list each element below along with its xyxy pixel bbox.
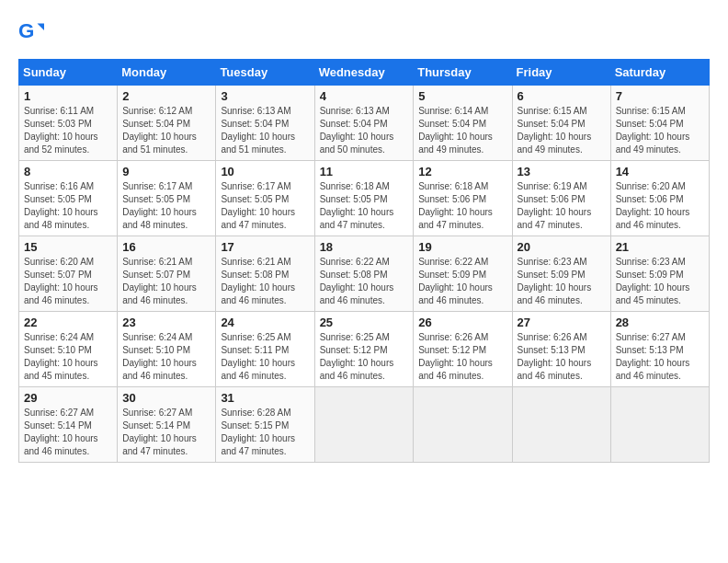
calendar-cell: 10Sunrise: 6:17 AM Sunset: 5:05 PM Dayli… bbox=[216, 161, 314, 236]
day-number: 21 bbox=[616, 240, 704, 254]
calendar-cell: 14Sunrise: 6:20 AM Sunset: 5:06 PM Dayli… bbox=[610, 161, 709, 236]
day-info: Sunrise: 6:25 AM Sunset: 5:11 PM Dayligh… bbox=[221, 331, 309, 383]
day-number: 17 bbox=[221, 240, 309, 254]
calendar-cell: 20Sunrise: 6:23 AM Sunset: 5:09 PM Dayli… bbox=[512, 236, 610, 312]
day-number: 30 bbox=[122, 391, 210, 405]
day-number: 20 bbox=[518, 240, 606, 254]
calendar-cell: 21Sunrise: 6:23 AM Sunset: 5:09 PM Dayli… bbox=[610, 236, 709, 312]
day-number: 29 bbox=[24, 391, 112, 405]
day-number: 5 bbox=[418, 89, 506, 103]
day-info: Sunrise: 6:20 AM Sunset: 5:06 PM Dayligh… bbox=[616, 180, 704, 232]
day-info: Sunrise: 6:23 AM Sunset: 5:09 PM Dayligh… bbox=[616, 256, 704, 307]
calendar-week-4: 22Sunrise: 6:24 AM Sunset: 5:10 PM Dayli… bbox=[19, 312, 710, 387]
calendar-cell: 24Sunrise: 6:25 AM Sunset: 5:11 PM Dayli… bbox=[216, 312, 314, 387]
calendar-week-2: 8Sunrise: 6:16 AM Sunset: 5:05 PM Daylig… bbox=[19, 161, 710, 236]
calendar-cell bbox=[610, 387, 709, 463]
calendar-header-row: SundayMondayTuesdayWednesdayThursdayFrid… bbox=[19, 60, 710, 86]
day-number: 1 bbox=[24, 89, 112, 103]
day-number: 15 bbox=[24, 240, 112, 254]
day-info: Sunrise: 6:28 AM Sunset: 5:15 PM Dayligh… bbox=[221, 407, 309, 458]
day-number: 22 bbox=[24, 316, 112, 329]
calendar-cell: 26Sunrise: 6:26 AM Sunset: 5:12 PM Dayli… bbox=[414, 312, 512, 387]
day-info: Sunrise: 6:15 AM Sunset: 5:04 PM Dayligh… bbox=[616, 105, 704, 156]
calendar-cell: 3Sunrise: 6:13 AM Sunset: 5:04 PM Daylig… bbox=[216, 86, 314, 161]
day-number: 16 bbox=[122, 240, 210, 254]
day-info: Sunrise: 6:17 AM Sunset: 5:05 PM Dayligh… bbox=[221, 180, 309, 232]
page-header: G bbox=[18, 18, 710, 44]
day-info: Sunrise: 6:27 AM Sunset: 5:14 PM Dayligh… bbox=[24, 407, 112, 458]
day-number: 4 bbox=[320, 89, 409, 103]
column-header-monday: Monday bbox=[118, 60, 216, 86]
day-number: 3 bbox=[221, 89, 309, 103]
calendar-cell: 23Sunrise: 6:24 AM Sunset: 5:10 PM Dayli… bbox=[118, 312, 216, 387]
day-info: Sunrise: 6:21 AM Sunset: 5:08 PM Dayligh… bbox=[221, 256, 309, 307]
day-info: Sunrise: 6:24 AM Sunset: 5:10 PM Dayligh… bbox=[24, 331, 112, 383]
day-info: Sunrise: 6:21 AM Sunset: 5:07 PM Dayligh… bbox=[122, 256, 210, 307]
day-info: Sunrise: 6:23 AM Sunset: 5:09 PM Dayligh… bbox=[518, 256, 606, 307]
calendar-cell: 8Sunrise: 6:16 AM Sunset: 5:05 PM Daylig… bbox=[19, 161, 118, 236]
day-number: 18 bbox=[320, 240, 409, 254]
calendar-cell: 11Sunrise: 6:18 AM Sunset: 5:05 PM Dayli… bbox=[314, 161, 414, 236]
day-number: 7 bbox=[616, 89, 704, 103]
day-info: Sunrise: 6:12 AM Sunset: 5:04 PM Dayligh… bbox=[122, 105, 210, 156]
calendar-cell: 15Sunrise: 6:20 AM Sunset: 5:07 PM Dayli… bbox=[19, 236, 118, 312]
calendar-cell: 2Sunrise: 6:12 AM Sunset: 5:04 PM Daylig… bbox=[118, 86, 216, 161]
column-header-wednesday: Wednesday bbox=[314, 60, 414, 86]
calendar-cell: 18Sunrise: 6:22 AM Sunset: 5:08 PM Dayli… bbox=[314, 236, 414, 312]
svg-marker-1 bbox=[38, 24, 44, 30]
day-number: 27 bbox=[518, 316, 606, 329]
day-number: 12 bbox=[418, 165, 506, 178]
day-number: 9 bbox=[122, 165, 210, 178]
calendar-week-3: 15Sunrise: 6:20 AM Sunset: 5:07 PM Dayli… bbox=[19, 236, 710, 312]
day-info: Sunrise: 6:16 AM Sunset: 5:05 PM Dayligh… bbox=[24, 180, 112, 232]
day-number: 24 bbox=[221, 316, 309, 329]
day-info: Sunrise: 6:26 AM Sunset: 5:13 PM Dayligh… bbox=[518, 331, 606, 383]
day-info: Sunrise: 6:19 AM Sunset: 5:06 PM Dayligh… bbox=[518, 180, 606, 232]
column-header-saturday: Saturday bbox=[610, 60, 709, 86]
calendar-cell: 12Sunrise: 6:18 AM Sunset: 5:06 PM Dayli… bbox=[414, 161, 512, 236]
calendar-cell: 31Sunrise: 6:28 AM Sunset: 5:15 PM Dayli… bbox=[216, 387, 314, 463]
day-number: 11 bbox=[320, 165, 409, 178]
calendar-cell bbox=[512, 387, 610, 463]
calendar-cell: 25Sunrise: 6:25 AM Sunset: 5:12 PM Dayli… bbox=[314, 312, 414, 387]
day-info: Sunrise: 6:11 AM Sunset: 5:03 PM Dayligh… bbox=[24, 105, 112, 156]
svg-text:G: G bbox=[18, 19, 34, 42]
calendar-cell: 4Sunrise: 6:13 AM Sunset: 5:04 PM Daylig… bbox=[314, 86, 414, 161]
day-info: Sunrise: 6:20 AM Sunset: 5:07 PM Dayligh… bbox=[24, 256, 112, 307]
day-info: Sunrise: 6:27 AM Sunset: 5:14 PM Dayligh… bbox=[122, 407, 210, 458]
calendar-table: SundayMondayTuesdayWednesdayThursdayFrid… bbox=[18, 59, 710, 463]
logo-icon: G bbox=[18, 18, 44, 44]
calendar-cell: 17Sunrise: 6:21 AM Sunset: 5:08 PM Dayli… bbox=[216, 236, 314, 312]
column-header-sunday: Sunday bbox=[19, 60, 118, 86]
day-number: 10 bbox=[221, 165, 309, 178]
day-number: 25 bbox=[320, 316, 409, 329]
calendar-cell: 5Sunrise: 6:14 AM Sunset: 5:04 PM Daylig… bbox=[414, 86, 512, 161]
day-number: 26 bbox=[418, 316, 506, 329]
day-number: 14 bbox=[616, 165, 704, 178]
calendar-cell: 22Sunrise: 6:24 AM Sunset: 5:10 PM Dayli… bbox=[19, 312, 118, 387]
column-header-tuesday: Tuesday bbox=[216, 60, 314, 86]
calendar-cell bbox=[314, 387, 414, 463]
calendar-cell: 29Sunrise: 6:27 AM Sunset: 5:14 PM Dayli… bbox=[19, 387, 118, 463]
day-number: 8 bbox=[24, 165, 112, 178]
day-info: Sunrise: 6:27 AM Sunset: 5:13 PM Dayligh… bbox=[616, 331, 704, 383]
day-number: 23 bbox=[122, 316, 210, 329]
day-info: Sunrise: 6:24 AM Sunset: 5:10 PM Dayligh… bbox=[122, 331, 210, 383]
day-info: Sunrise: 6:17 AM Sunset: 5:05 PM Dayligh… bbox=[122, 180, 210, 232]
logo: G bbox=[18, 18, 48, 44]
day-info: Sunrise: 6:13 AM Sunset: 5:04 PM Dayligh… bbox=[320, 105, 409, 156]
calendar-cell: 6Sunrise: 6:15 AM Sunset: 5:04 PM Daylig… bbox=[512, 86, 610, 161]
day-info: Sunrise: 6:22 AM Sunset: 5:08 PM Dayligh… bbox=[320, 256, 409, 307]
calendar-cell: 30Sunrise: 6:27 AM Sunset: 5:14 PM Dayli… bbox=[118, 387, 216, 463]
day-number: 6 bbox=[518, 89, 606, 103]
calendar-cell: 16Sunrise: 6:21 AM Sunset: 5:07 PM Dayli… bbox=[118, 236, 216, 312]
day-info: Sunrise: 6:13 AM Sunset: 5:04 PM Dayligh… bbox=[221, 105, 309, 156]
day-info: Sunrise: 6:25 AM Sunset: 5:12 PM Dayligh… bbox=[320, 331, 409, 383]
calendar-week-1: 1Sunrise: 6:11 AM Sunset: 5:03 PM Daylig… bbox=[19, 86, 710, 161]
calendar-cell: 1Sunrise: 6:11 AM Sunset: 5:03 PM Daylig… bbox=[19, 86, 118, 161]
column-header-friday: Friday bbox=[512, 60, 610, 86]
day-info: Sunrise: 6:18 AM Sunset: 5:06 PM Dayligh… bbox=[418, 180, 506, 232]
calendar-cell: 27Sunrise: 6:26 AM Sunset: 5:13 PM Dayli… bbox=[512, 312, 610, 387]
day-number: 13 bbox=[518, 165, 606, 178]
day-number: 28 bbox=[616, 316, 704, 329]
